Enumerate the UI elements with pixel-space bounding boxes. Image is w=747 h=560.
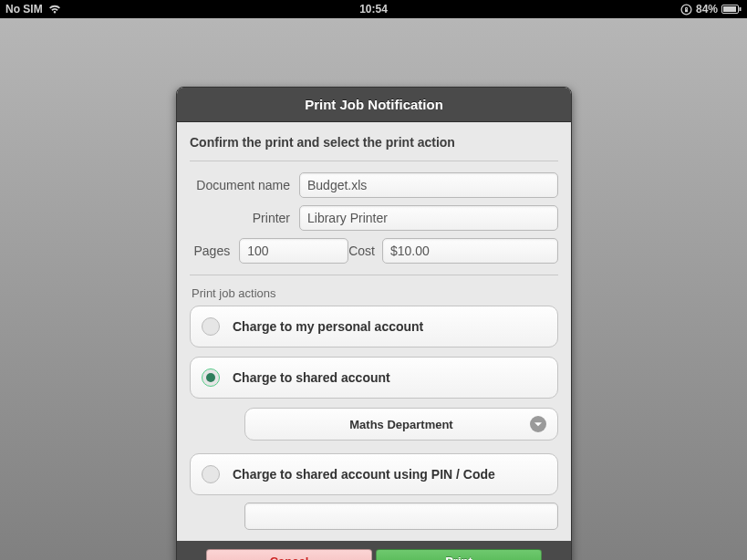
- pages-field[interactable]: [239, 238, 348, 264]
- orientation-lock-icon: [680, 4, 692, 16]
- option-charge-pin[interactable]: Charge to shared account using PIN / Cod…: [190, 453, 558, 495]
- radio-icon: [202, 317, 220, 336]
- clock-label: 10:54: [359, 3, 388, 16]
- modal-title: Print Job Notification: [177, 88, 571, 122]
- divider: [190, 161, 558, 161]
- battery-percent-label: 84%: [696, 3, 718, 16]
- row-document-name: Document name: [190, 172, 558, 198]
- radio-selected-icon: [202, 368, 220, 387]
- print-button[interactable]: Print: [376, 549, 542, 560]
- option-charge-personal[interactable]: Charge to my personal account: [190, 306, 558, 347]
- svg-rect-2: [723, 6, 736, 12]
- radio-icon: [202, 465, 220, 483]
- row-printer: Printer: [190, 205, 558, 231]
- pin-code-field[interactable]: [244, 503, 558, 530]
- modal-footer: Cancel Print: [177, 541, 571, 560]
- instruction-text: Confirm the print and select the print a…: [190, 135, 558, 150]
- battery-icon: [721, 5, 742, 14]
- cancel-button[interactable]: Cancel: [206, 549, 372, 560]
- dropdown-value: Maths Department: [349, 418, 452, 431]
- document-name-field[interactable]: [299, 172, 558, 198]
- status-bar: No SIM 10:54 84%: [0, 0, 747, 18]
- shared-account-dropdown[interactable]: Maths Department: [244, 408, 558, 441]
- label-document-name: Document name: [190, 178, 299, 192]
- divider: [190, 275, 558, 275]
- print-job-modal: Print Job Notification Confirm the print…: [176, 87, 572, 560]
- pin-input-container: [244, 503, 558, 530]
- label-pages: Pages: [190, 244, 239, 258]
- section-label: Print job actions: [190, 286, 558, 300]
- label-printer: Printer: [190, 211, 299, 225]
- row-pages-cost: Pages Cost: [190, 238, 558, 264]
- chevron-down-icon: [530, 416, 546, 432]
- label-cost: Cost: [348, 244, 382, 258]
- printer-field[interactable]: [299, 205, 558, 231]
- svg-rect-3: [740, 7, 742, 11]
- option-label: Charge to shared account: [233, 370, 390, 385]
- wifi-icon: [48, 4, 61, 15]
- modal-body: Confirm the print and select the print a…: [177, 122, 571, 541]
- carrier-label: No SIM: [5, 3, 43, 16]
- option-label: Charge to my personal account: [233, 319, 423, 334]
- option-label: Charge to shared account using PIN / Cod…: [233, 467, 495, 482]
- cost-field[interactable]: [382, 238, 558, 264]
- option-charge-shared[interactable]: Charge to shared account: [190, 357, 558, 399]
